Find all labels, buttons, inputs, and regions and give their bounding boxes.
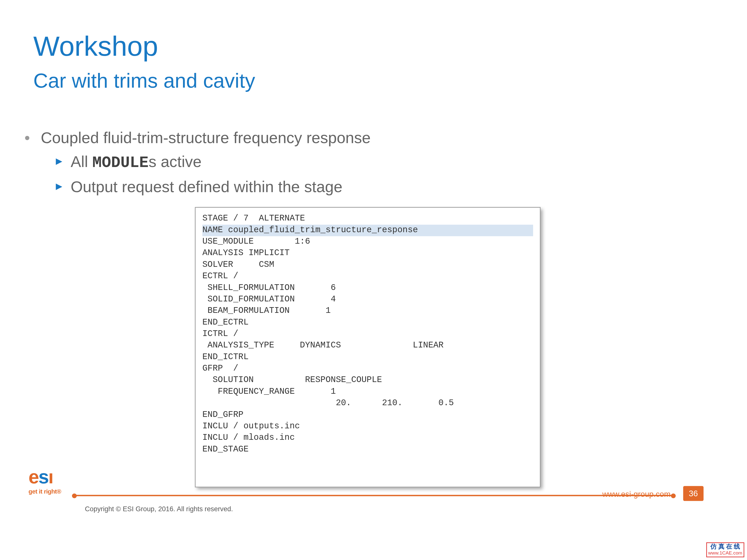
arrow-right-icon: ▸ [56, 153, 62, 168]
bullet2-post: s active [149, 153, 202, 170]
logo-tagline: get it right® [29, 488, 61, 495]
code-line: STAGE / 7 ALTERNATE [202, 214, 305, 223]
code-line: END_STAGE [202, 445, 249, 454]
bullet1-text: Coupled fluid-trim-structure frequency r… [41, 129, 371, 146]
bullet3-text: Output request defined within the stage [71, 178, 343, 196]
copyright-text: Copyright © ESI Group, 2016. All rights … [85, 505, 233, 512]
code-line: 20. 210. 0.5 [202, 398, 454, 408]
watermark-url: www.1CAE.com [708, 550, 742, 557]
code-line: SOLVER CSM [202, 260, 275, 270]
page-number: 36 [689, 489, 698, 498]
code-line: BEAM_FORMULATION 1 [202, 306, 331, 316]
code-line: SOLID_FORMULATION 4 [202, 295, 336, 304]
arrow-right-icon: ▸ [56, 178, 62, 194]
slide-title: Workshop [33, 31, 158, 62]
code-line: SOLUTION RESPONSE_COUPLE [202, 375, 382, 385]
footer-url: www.esi-group.com [602, 490, 671, 498]
slide-subtitle: Car with trims and cavity [33, 69, 255, 92]
code-line: ANALYSIS IMPLICIT [202, 248, 290, 258]
esi-logo: esı get it right® [29, 466, 61, 495]
footer-divider [74, 495, 673, 496]
bullet-level1: • Coupled fluid-trim-structure frequency… [41, 129, 371, 148]
page-number-badge: 36 [683, 486, 704, 501]
code-line: INCLU / outputs.inc [202, 422, 300, 431]
bullet-dot-icon: • [24, 129, 30, 148]
code-line: ECTRL / [202, 271, 238, 281]
code-line: END_ICTRL [202, 352, 249, 362]
code-line: ICTRL / [202, 329, 238, 339]
watermark: 仿 真 在 线 www.1CAE.com [706, 542, 744, 557]
bullet-level2: ▸ All MODULEs active [71, 153, 202, 172]
code-line: END_ECTRL [202, 318, 249, 327]
code-block: STAGE / 7 ALTERNATE NAME coupled_fluid_t… [195, 207, 541, 487]
code-line: ANALYSIS_TYPE DYNAMICS LINEAR [202, 341, 444, 350]
code-line: INCLU / mloads.inc [202, 433, 295, 443]
code-line: USE_MODULE 1:6 [202, 237, 310, 246]
watermark-cn: 仿 真 在 线 [711, 543, 740, 550]
logo-mark-icon: esı [29, 466, 61, 488]
bullet2-pre: All [71, 153, 93, 170]
code-line: END_GFRP [202, 410, 243, 419]
bullet-level2: ▸ Output request defined within the stag… [71, 178, 343, 196]
code-line-highlight: NAME coupled_fluid_trim_structure_respon… [202, 225, 533, 236]
code-line: SHELL_FORMULATION 6 [202, 283, 336, 292]
slide: Workshop Car with trims and cavity • Cou… [0, 0, 747, 560]
code-line: GFRP / [202, 364, 238, 373]
bullet2-code: MODULE [93, 154, 149, 172]
code-line: FREQUENCY_RANGE 1 [202, 387, 336, 397]
